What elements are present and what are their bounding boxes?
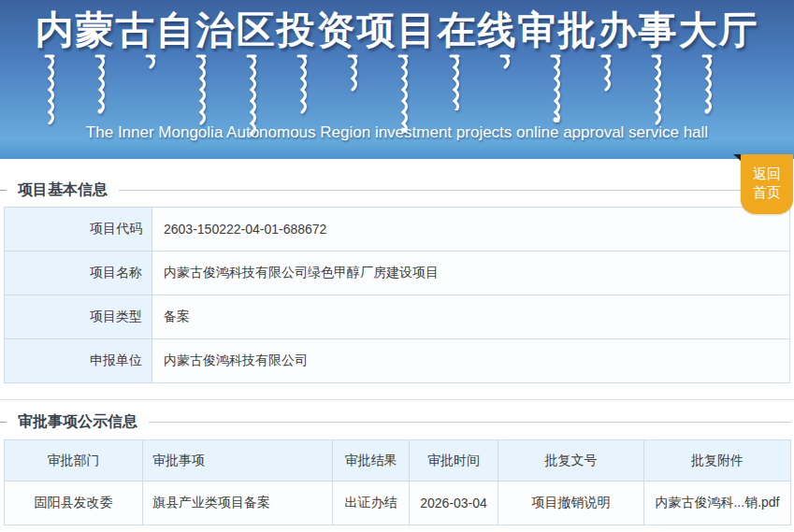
mongolian-glyph-column bbox=[43, 54, 56, 124]
field-value-declaring-unit: 内蒙古俊鸿科技有限公司 bbox=[152, 339, 790, 383]
mongolian-glyph-column bbox=[195, 54, 208, 127]
col-header-reply-doc-number: 批复文号 bbox=[498, 440, 644, 482]
approval-info-section-header: 审批事项公示信息 bbox=[0, 414, 794, 430]
return-home-button[interactable]: 返回 首页 bbox=[741, 154, 793, 214]
section-left-dash bbox=[0, 190, 7, 191]
table-header-row: 审批部门 审批事项 审批结果 审批时间 批复文号 批复附件 bbox=[5, 440, 791, 482]
table-row: 项目代码 2603-150222-04-01-688672 bbox=[5, 208, 790, 252]
mongolian-script bbox=[43, 54, 714, 129]
col-header-approval-result: 审批结果 bbox=[333, 440, 410, 482]
cell-approval-time: 2026-03-04 bbox=[410, 482, 498, 525]
field-value-project-type: 备案 bbox=[152, 295, 790, 339]
mongolian-glyph-column bbox=[397, 54, 410, 133]
table-row: 项目名称 内蒙古俊鸿科技有限公司绿色甲醇厂房建设项目 bbox=[5, 252, 790, 295]
basic-info-section-title: 项目基本信息 bbox=[18, 180, 108, 200]
section-divider bbox=[0, 399, 794, 400]
field-value-project-code: 2603-150222-04-01-688672 bbox=[152, 208, 790, 252]
site-title: 内蒙古自治区投资项目在线审批办事大厅 bbox=[0, 5, 794, 56]
approval-info-table: 审批部门 审批事项 审批结果 审批时间 批复文号 批复附件 固阳县发改委 旗县产… bbox=[4, 439, 791, 525]
cell-approval-department: 固阳县发改委 bbox=[5, 482, 143, 525]
table-row: 固阳县发改委 旗县产业类项目备案 出证办结 2026-03-04 项目撤销说明 … bbox=[5, 482, 791, 525]
section-rule bbox=[149, 422, 791, 423]
cell-approval-item: 旗县产业类项目备案 bbox=[143, 482, 333, 525]
mongolian-glyph-column bbox=[346, 54, 359, 95]
basic-info-section-header: 项目基本信息 bbox=[0, 182, 794, 198]
return-home-label-line1: 返回 bbox=[741, 165, 793, 183]
mongolian-glyph-column bbox=[144, 54, 157, 73]
ribbon-fold-icon bbox=[733, 154, 741, 161]
cell-reply-doc-number: 项目撤销说明 bbox=[498, 482, 644, 525]
mongolian-glyph-column bbox=[498, 54, 512, 73]
field-label-project-type: 项目类型 bbox=[5, 295, 152, 339]
basic-info-table: 项目代码 2603-150222-04-01-688672 项目名称 内蒙古俊鸿… bbox=[4, 207, 790, 383]
site-banner: 内蒙古自治区投资项目在线审批办事大厅 The Inner Mongolia Au… bbox=[0, 0, 794, 159]
col-header-approval-time: 审批时间 bbox=[410, 440, 498, 482]
mongolian-glyph-column bbox=[549, 54, 562, 122]
col-header-approval-department: 审批部门 bbox=[5, 440, 143, 482]
cell-approval-result: 出证办结 bbox=[333, 482, 410, 525]
approval-info-section-title: 审批事项公示信息 bbox=[18, 412, 137, 432]
section-left-dash bbox=[0, 422, 7, 423]
return-home-label-line2: 首页 bbox=[741, 183, 793, 202]
section-rule bbox=[119, 190, 791, 191]
mongolian-glyph-column bbox=[700, 54, 714, 114]
col-header-approval-item: 审批事项 bbox=[143, 440, 333, 482]
table-row: 项目类型 备案 bbox=[5, 295, 790, 339]
mongolian-glyph-column bbox=[599, 54, 613, 93]
col-header-reply-attachment: 批复附件 bbox=[644, 440, 791, 482]
field-label-project-code: 项目代码 bbox=[5, 208, 152, 252]
field-label-project-name: 项目名称 bbox=[5, 252, 152, 295]
mongolian-glyph-column bbox=[650, 54, 663, 129]
table-row: 申报单位 内蒙古俊鸿科技有限公司 bbox=[5, 339, 790, 383]
attachment-pdf-link[interactable]: 内蒙古俊鸿科...销.pdf bbox=[644, 482, 791, 525]
mongolian-glyph-column bbox=[448, 54, 461, 110]
field-value-project-name: 内蒙古俊鸿科技有限公司绿色甲醇厂房建设项目 bbox=[152, 252, 790, 295]
site-subtitle-en: The Inner Mongolia Autonomous Region inv… bbox=[0, 123, 794, 142]
mongolian-glyph-column bbox=[94, 54, 107, 114]
field-label-declaring-unit: 申报单位 bbox=[5, 339, 152, 383]
mongolian-glyph-column bbox=[296, 54, 309, 120]
